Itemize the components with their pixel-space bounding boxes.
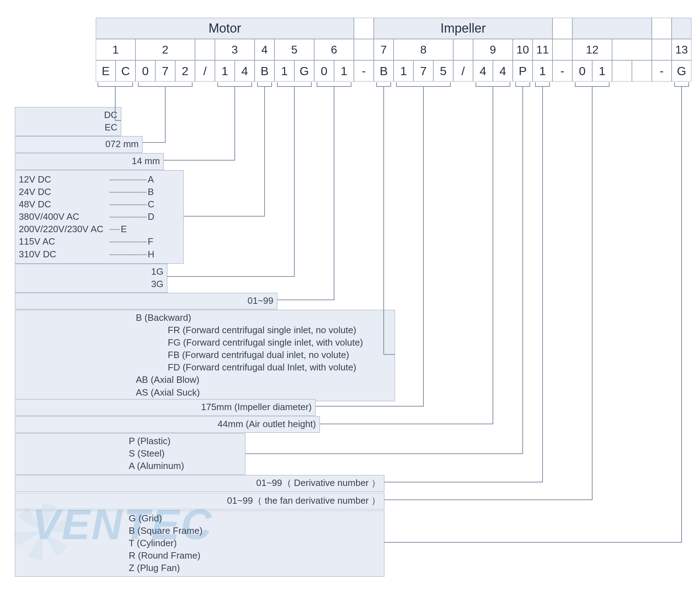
pos-6: 6 bbox=[314, 39, 354, 60]
code-char: 4 bbox=[473, 60, 493, 82]
pos-blank-f bbox=[652, 39, 672, 60]
code-char: 0 bbox=[314, 60, 334, 82]
pos-7: 7 bbox=[374, 39, 394, 60]
legend-pos10-p: P (Plastic) bbox=[129, 435, 241, 447]
code-char: 2 bbox=[175, 60, 195, 82]
legend-pos7-fr: FR (Forward centrifugal single inlet, no… bbox=[136, 324, 391, 336]
legend-pos10-s: S (Steel) bbox=[129, 447, 241, 460]
code-char: 1 bbox=[334, 60, 354, 82]
code-char: / bbox=[195, 60, 215, 82]
legend-pos5-b: 3G bbox=[19, 278, 163, 290]
legend-pos5-a: 1G bbox=[19, 265, 163, 278]
code-char: G bbox=[294, 60, 314, 82]
pos-blank-c bbox=[453, 39, 473, 60]
pos-blank-b bbox=[354, 39, 374, 60]
pos-9: 9 bbox=[473, 39, 513, 60]
legend-pos7-as: AS (Axial Suck) bbox=[136, 386, 391, 399]
code-blank bbox=[632, 60, 652, 82]
header-gap-5 bbox=[672, 18, 691, 39]
code-char: B bbox=[374, 60, 394, 82]
legend-pos6: 01~99 bbox=[15, 293, 277, 309]
pos-blank-e bbox=[612, 39, 652, 60]
code-row: EC072/14B1G01-B175/44P1-01-G bbox=[96, 60, 691, 82]
code-char: 1 bbox=[394, 60, 413, 82]
code-char: 1 bbox=[592, 60, 612, 82]
header-gap-4 bbox=[652, 18, 672, 39]
legend-pos3-text: 14 mm bbox=[19, 155, 160, 167]
legend-pos7: B (Backward) FR (Forward centrifugal sin… bbox=[15, 310, 395, 401]
legend-pos4-row: 48V DCC bbox=[19, 198, 180, 211]
legend-pos7-b: B (Backward) bbox=[136, 312, 391, 324]
code-char: 0 bbox=[135, 60, 155, 82]
code-char: 1 bbox=[533, 60, 552, 82]
legend-pos1-dc: DC bbox=[19, 109, 117, 121]
code-char: B bbox=[255, 60, 274, 82]
legend-pos4-row: 115V ACF bbox=[19, 235, 180, 248]
pos-11: 11 bbox=[533, 39, 552, 60]
code-char: E bbox=[96, 60, 116, 82]
pos-12: 12 bbox=[572, 39, 612, 60]
code-char: 1 bbox=[274, 60, 294, 82]
pos-13: 13 bbox=[672, 39, 691, 60]
legend-pos13-z: Z (Plug Fan) bbox=[129, 562, 380, 574]
legend-pos5: 1G 3G bbox=[15, 264, 167, 293]
legend-pos4-row: 310V DCH bbox=[19, 248, 180, 261]
pos-4: 4 bbox=[255, 39, 274, 60]
legend-pos9-text: 44mm (Air outlet height) bbox=[19, 418, 316, 430]
code-char: 0 bbox=[572, 60, 592, 82]
code-char: P bbox=[513, 60, 533, 82]
legend-pos4-row: 24V DCB bbox=[19, 186, 180, 198]
legend-pos7-ab: AB (Axial Blow) bbox=[136, 374, 391, 386]
code-char: 7 bbox=[155, 60, 175, 82]
legend-pos4: 12V DCA24V DCB48V DCC380V/400V ACD200V/2… bbox=[15, 170, 184, 264]
legend-pos4-row: 380V/400V ACD bbox=[19, 211, 180, 223]
code-char: / bbox=[453, 60, 473, 82]
header-motor: Motor bbox=[96, 18, 354, 39]
code-char: 7 bbox=[413, 60, 433, 82]
legend-pos8-text: 175mm (Impeller diameter) bbox=[19, 401, 312, 413]
position-row: 1 2 3 4 5 6 7 8 9 10 11 12 13 bbox=[96, 39, 691, 60]
legend-pos4-row: 12V DCA bbox=[19, 173, 180, 186]
header-gap-2 bbox=[552, 18, 572, 39]
pos-1: 1 bbox=[96, 39, 135, 60]
legend-pos7-fd: FD (Forward centrifugal dual Inlet, with… bbox=[136, 361, 391, 374]
pos-10: 10 bbox=[513, 39, 533, 60]
legend-pos2: 072 mm bbox=[15, 136, 143, 153]
pos-3: 3 bbox=[215, 39, 255, 60]
diagram-stage: Motor Impeller 1 2 3 4 5 6 7 8 9 10 11 bbox=[0, 0, 700, 604]
legend-pos1: DC EC bbox=[15, 107, 121, 136]
legend-pos7-fb: FB (Forward centrifugal dual inlet, no v… bbox=[136, 349, 391, 361]
legend-pos6-text: 01~99 bbox=[19, 295, 273, 307]
legend-pos7-fg: FG (Forward centrifugal single inlet, wi… bbox=[136, 336, 391, 349]
legend-pos8: 175mm (Impeller diameter) bbox=[15, 399, 316, 416]
watermark: VENTEC bbox=[32, 500, 213, 549]
legend-pos1-ec: EC bbox=[19, 121, 117, 134]
pos-8: 8 bbox=[394, 39, 453, 60]
code-char: 5 bbox=[433, 60, 453, 82]
code-char: 4 bbox=[235, 60, 255, 82]
legend-pos3: 14 mm bbox=[15, 153, 164, 170]
header-gap-1 bbox=[354, 18, 374, 39]
legend-pos4-row: 200V/220V/230V ACE bbox=[19, 223, 180, 235]
code-char: 1 bbox=[215, 60, 235, 82]
code-char: G bbox=[672, 60, 691, 82]
code-blank bbox=[612, 60, 632, 82]
legend-pos10-a: A (Aluminum) bbox=[129, 460, 241, 472]
code-table: Motor Impeller 1 2 3 4 5 6 7 8 9 10 11 bbox=[96, 18, 691, 82]
legend-pos11: 01~99（ Derivative number ） bbox=[15, 475, 384, 492]
header-gap-3 bbox=[572, 18, 652, 39]
legend-pos2-text: 072 mm bbox=[19, 138, 139, 150]
code-char: 4 bbox=[493, 60, 513, 82]
header-row: Motor Impeller bbox=[96, 18, 691, 39]
pos-2: 2 bbox=[135, 39, 195, 60]
legend-pos13-r: R (Round Frame) bbox=[129, 549, 380, 562]
code-char: - bbox=[354, 60, 374, 82]
legend-pos10: P (Plastic) S (Steel) A (Aluminum) bbox=[15, 433, 245, 475]
legend-pos11-text: 01~99（ Derivative number ） bbox=[19, 477, 380, 489]
code-char: - bbox=[552, 60, 572, 82]
header-impeller: Impeller bbox=[374, 18, 552, 39]
legend-pos9: 44mm (Air outlet height) bbox=[15, 416, 320, 433]
pos-blank-a bbox=[195, 39, 215, 60]
pos-blank-d bbox=[552, 39, 572, 60]
code-char: C bbox=[116, 60, 135, 82]
